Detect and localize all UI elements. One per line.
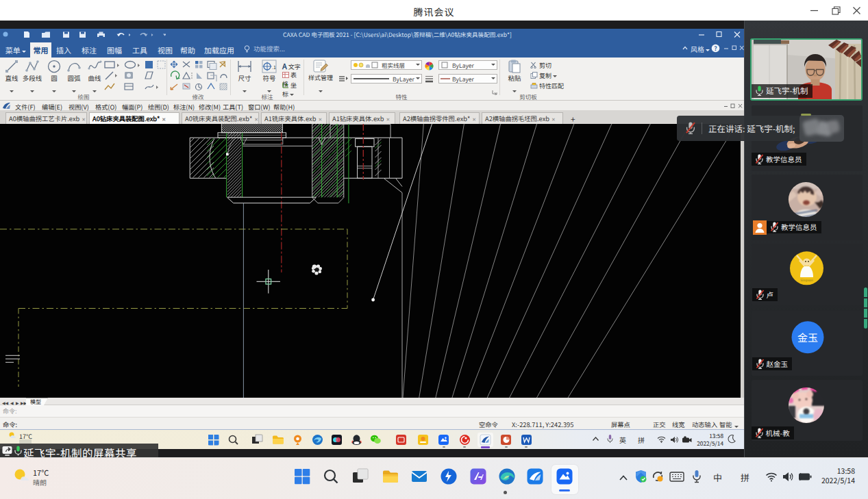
shared-explorer-icon[interactable] xyxy=(272,434,284,446)
shared-word-icon[interactable] xyxy=(521,434,532,446)
cad-command-history[interactable]: 命令: xyxy=(0,405,744,418)
shared-volume-icon[interactable] xyxy=(670,436,679,444)
command-prompt[interactable]: 命令: xyxy=(3,420,17,429)
doc-tab-7[interactable]: A2横轴曲拐毛坯图.exb✕ xyxy=(482,112,563,125)
menu-edit[interactable]: 编辑(E) xyxy=(42,102,62,112)
color-wheel-icon[interactable] xyxy=(425,62,434,71)
menu-view[interactable]: 视图(V) xyxy=(69,102,89,112)
ribbon-style-manager-button[interactable]: 样式管理 xyxy=(307,59,334,98)
ribbon-tab-help[interactable]: 帮助 xyxy=(177,42,199,57)
style-button[interactable]: 风格 xyxy=(691,44,710,54)
status-line-width[interactable]: 线宽 xyxy=(672,420,685,429)
color-combo[interactable]: ByLayer xyxy=(438,60,497,70)
draw-small-icons[interactable] xyxy=(104,60,166,93)
host-explorer-icon[interactable] xyxy=(382,468,399,485)
shared-ime-mode[interactable]: 拼 xyxy=(638,435,645,445)
status-ortho[interactable]: 正交 xyxy=(653,420,666,429)
host-sync-tray-icon[interactable] xyxy=(651,470,665,483)
shared-search-icon[interactable] xyxy=(227,434,239,446)
shared-wechat-icon[interactable] xyxy=(370,434,382,446)
shared-weather-icon[interactable] xyxy=(8,431,18,439)
shared-tray-mic-icon[interactable] xyxy=(607,434,613,444)
host-ime-lang[interactable]: 中 xyxy=(713,471,722,484)
menu-window[interactable]: 窗口(W) xyxy=(248,102,271,112)
doc-tab-4[interactable]: A1铣床夹具体.exb✕ xyxy=(261,112,327,125)
menu-draw[interactable]: 绘图(D) xyxy=(148,102,169,112)
shared-wifi-icon[interactable] xyxy=(657,436,666,443)
layer-combo[interactable]: 粗实线层 xyxy=(351,60,422,70)
shared-redbook-icon[interactable] xyxy=(395,434,407,446)
host-shield-tray-icon[interactable] xyxy=(634,470,647,483)
cad-window-controls[interactable] xyxy=(696,31,741,38)
shared-powerpoint-icon[interactable] xyxy=(500,434,512,446)
width-combo[interactable]: ByLayer xyxy=(438,74,497,84)
shared-caxa-icon[interactable] xyxy=(480,434,491,446)
sidebar-scrollbar-thumb[interactable] xyxy=(864,287,867,329)
host-clock[interactable]: 13:582022/5/14 xyxy=(813,466,855,485)
minimize-icon[interactable] xyxy=(809,5,819,16)
collapse-ribbon-icon[interactable] xyxy=(682,45,689,51)
restore-icon[interactable] xyxy=(831,5,841,16)
shared-ime-lang[interactable]: 英 xyxy=(619,435,626,445)
host-mail-icon[interactable] xyxy=(410,468,428,485)
clip-small-buttons[interactable]: 剪切 复制 特性匹配 xyxy=(530,61,559,92)
shared-night-mode-icon[interactable] xyxy=(728,435,736,444)
ribbon-tab-insert[interactable]: 插入 xyxy=(53,42,74,57)
host-start-button[interactable] xyxy=(293,468,311,485)
doc-tab-5[interactable]: A1钻床夹具体.exb✕ xyxy=(329,112,395,125)
ribbon-tab-tools[interactable]: 工具 xyxy=(129,42,150,57)
linewidth-icon[interactable] xyxy=(425,75,434,83)
cad-quick-access-toolbar[interactable] xyxy=(1,31,166,38)
status-screen-point[interactable]: 屏幕点 xyxy=(611,420,630,429)
ribbon-polyline-button[interactable]: 多段线 xyxy=(21,59,43,98)
close-icon[interactable] xyxy=(852,5,862,16)
host-meeting-icon[interactable] xyxy=(556,468,573,485)
ribbon-tab-sheet[interactable]: 图幅 xyxy=(104,42,125,57)
shared-start-button[interactable] xyxy=(208,434,219,446)
host-weather-widget[interactable]: 17°C 晴朗 xyxy=(12,466,30,484)
shared-xianyu-icon[interactable] xyxy=(417,434,429,446)
host-taskview-icon[interactable] xyxy=(351,468,369,485)
group-expand-icon[interactable] xyxy=(492,90,497,95)
doc-tab-3[interactable]: A0铣床夹具装配图.exb*✕ xyxy=(182,112,259,125)
host-ime-mode[interactable]: 拼 xyxy=(741,471,749,484)
status-smart-snap[interactable]: 智能 xyxy=(719,420,732,429)
menu-help[interactable]: 帮助(H) xyxy=(273,102,295,112)
host-mic-tray-icon[interactable] xyxy=(692,470,702,483)
ribbon-circle-button[interactable]: 圆 xyxy=(43,59,65,98)
doc-window-controls[interactable] xyxy=(723,45,744,51)
mdi-window-controls[interactable] xyxy=(723,103,743,109)
host-purple-a-app-icon[interactable] xyxy=(469,468,487,485)
doc-tab-2-active[interactable]: A0钻床夹具装配图.exb*✕ xyxy=(89,112,179,125)
model-tab[interactable]: 模型 xyxy=(26,398,48,405)
ribbon-tab-view[interactable]: 视图 xyxy=(155,42,175,57)
shared-netease-icon[interactable] xyxy=(459,434,471,446)
menu-format[interactable]: 格式(O) xyxy=(95,102,116,112)
host-wifi-icon[interactable] xyxy=(765,472,778,482)
shared-tray-caret-icon[interactable] xyxy=(592,436,599,442)
help-icon[interactable]: ? xyxy=(711,44,720,53)
cad-drawing-area[interactable] xyxy=(0,124,744,398)
doc-tab-6[interactable]: A2横轴曲拐零件图.exb*✕ xyxy=(399,112,480,125)
status-dynamic-input[interactable]: 动态输入 xyxy=(692,420,717,429)
menu-dimension[interactable]: 标注(N) xyxy=(173,102,195,112)
shared-pin-app-icon[interactable] xyxy=(292,434,303,446)
menu-modify[interactable]: 修改(M) xyxy=(199,102,221,112)
menu-tools[interactable]: 工具(T) xyxy=(223,102,243,112)
dim-small-buttons[interactable]: A 文字 表格 坐标 xyxy=(282,60,303,91)
ribbon-tab-dimension[interactable]: 标注 xyxy=(79,42,99,57)
host-blue-circle-app-icon[interactable] xyxy=(440,468,458,485)
host-keyboard-tray-icon[interactable] xyxy=(669,472,684,482)
ribbon-line-button[interactable]: 直线 xyxy=(1,59,23,98)
shared-clock[interactable]: 13:582022/5/14 xyxy=(691,432,723,448)
host-blue-swoosh-app-icon[interactable] xyxy=(526,468,544,485)
shared-jianying-icon[interactable] xyxy=(331,434,343,446)
ribbon-tab-menu[interactable]: 菜单 xyxy=(3,42,29,57)
host-tray-caret-icon[interactable] xyxy=(619,474,628,481)
host-volume-icon[interactable] xyxy=(782,472,794,482)
host-search-icon[interactable] xyxy=(322,468,340,485)
shared-taskview-icon[interactable] xyxy=(251,434,263,446)
doc-tab-1[interactable]: A0横轴曲拐工艺卡片.exb✕ xyxy=(5,112,87,125)
host-edge-icon[interactable] xyxy=(498,468,516,485)
menu-sheet[interactable]: 幅面(P) xyxy=(122,102,142,112)
